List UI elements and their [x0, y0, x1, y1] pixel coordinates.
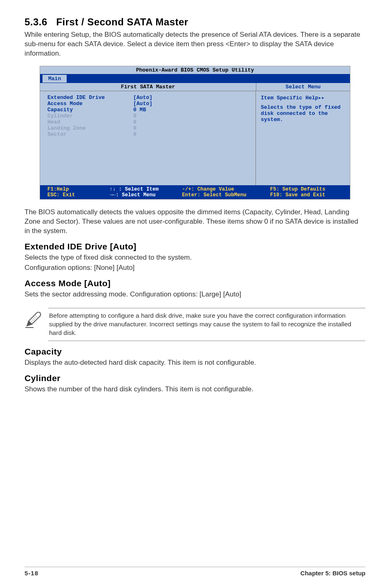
bios-subheaders: First SATA Master Select Menu — [40, 83, 350, 91]
bios-item-value: 0 — [133, 125, 248, 131]
bios-item-value: 0 MB — [133, 107, 248, 113]
footer-f10: F10: Save and Exit — [270, 192, 325, 198]
bios-item-row: Head0 — [47, 119, 248, 125]
footer-esc: ESC: Exit — [47, 192, 75, 198]
bios-tabrow: Main — [40, 74, 350, 83]
bios-item-label: Cylinder — [47, 113, 133, 119]
bios-panel-title: First SATA Master — [40, 83, 256, 91]
footer-f5: F5: Setup Defaults — [270, 186, 325, 192]
bios-help-header: Select Menu — [256, 83, 350, 91]
bios-item-row[interactable]: Capacity0 MB — [47, 107, 248, 113]
bios-item-label: Access Mode — [47, 101, 133, 107]
bios-item-label: Sector — [47, 131, 133, 137]
access-mode-line1: Sets the sector addressing mode. Configu… — [25, 290, 365, 299]
section-title: First / Second SATA Master — [56, 16, 188, 27]
bios-item-label: Head — [47, 119, 133, 125]
page-number: 5-18 — [25, 570, 38, 577]
section-number: 5.3.6 — [25, 16, 47, 27]
bios-item-value: 0 — [133, 119, 248, 125]
note-text: Before attempting to configure a hard di… — [48, 308, 365, 341]
note-block: Before attempting to configure a hard di… — [25, 308, 365, 341]
section-intro: While entering Setup, the BIOS automatic… — [25, 30, 365, 58]
footer-select-menu: →←: Select Menu — [110, 192, 156, 198]
bios-item-value: 0 — [133, 131, 248, 137]
bios-item-value: 0 — [133, 113, 248, 119]
bios-help-title: Item Specific Help▸▸ — [261, 94, 345, 101]
footer-enter-submenu: Enter: Select SubMenu — [182, 192, 247, 198]
section-heading: 5.3.6 First / Second SATA Master — [25, 16, 365, 28]
heading-capacity: Capacity — [25, 347, 365, 357]
bios-help-panel: Item Specific Help▸▸ Selects the type of… — [256, 91, 350, 185]
bios-tab-main[interactable]: Main — [43, 75, 67, 83]
bios-item-row[interactable]: Extended IDE Drive[Auto] — [47, 94, 248, 101]
bios-item-row: Cylinder0 — [47, 113, 248, 119]
footer-change-value: -/+: Change Value — [182, 186, 234, 192]
extended-ide-line1: Selects the type of fixed disk connected… — [25, 253, 365, 263]
heading-access-mode: Access Mode [Auto] — [25, 278, 365, 288]
bios-item-row[interactable]: Access Mode[Auto] — [47, 101, 248, 107]
post-bios-paragraph: The BIOS automatically detects the value… — [25, 208, 365, 236]
cylinder-line1: Shows the number of the hard disk cylind… — [25, 385, 365, 394]
capacity-line1: Displays the auto-detected hard disk cap… — [25, 358, 365, 368]
bios-item-value: [Auto] — [133, 94, 248, 101]
chapter-label: Chapter 5: BIOS setup — [300, 570, 365, 577]
bios-help-body: Selects the type of fixed disk connected… — [261, 104, 345, 123]
extended-ide-line2: Configuration options: [None] [Auto] — [25, 263, 365, 273]
bios-item-label: Capacity — [47, 107, 133, 113]
bios-item-value: [Auto] — [133, 101, 248, 107]
bios-utility-title: Phoenix-Award BIOS CMOS Setup Utility — [40, 66, 350, 74]
bios-screenshot: Phoenix-Award BIOS CMOS Setup Utility Ma… — [40, 66, 350, 200]
footer-select-item: ↑↓ : Select Item — [110, 186, 159, 192]
heading-cylinder: Cylinder — [25, 373, 365, 383]
bios-item-label: Landing Zone — [47, 125, 133, 131]
heading-extended-ide-drive: Extended IDE Drive [Auto] — [25, 242, 365, 251]
page-footer: 5-18 Chapter 5: BIOS setup — [25, 567, 365, 577]
bios-footer: F1:Help ESC: Exit ↑↓ : Select Item →←: S… — [40, 185, 350, 199]
bios-item-label: Extended IDE Drive — [47, 94, 133, 101]
bios-item-row: Sector0 — [47, 131, 248, 137]
footer-f1: F1:Help — [47, 186, 69, 192]
bios-item-list: Extended IDE Drive[Auto]Access Mode[Auto… — [40, 91, 256, 185]
pencil-icon — [25, 308, 48, 330]
bios-item-row: Landing Zone0 — [47, 125, 248, 131]
